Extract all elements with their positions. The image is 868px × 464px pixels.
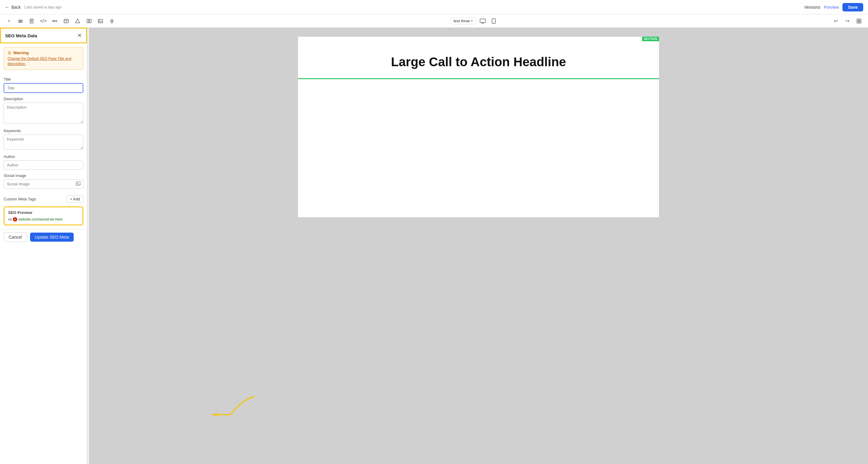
warning-icon: ⚠ <box>7 50 11 55</box>
saved-text: Last saved a day ago <box>24 5 62 9</box>
green-divider <box>298 78 659 79</box>
panel-header: SEO Meta Data ✕ <box>0 28 87 43</box>
toolbar: ＋ </> test three ▾ <box>0 14 868 28</box>
pages-icon[interactable] <box>28 17 36 25</box>
top-nav-left: ← Back Last saved a day ago <box>5 4 62 10</box>
svg-rect-1 <box>18 21 23 21</box>
shapes-icon[interactable] <box>73 17 82 25</box>
top-nav-right: Versions Preview Save <box>804 3 863 11</box>
description-textarea[interactable] <box>4 103 83 124</box>
svg-marker-28 <box>212 412 217 417</box>
toolbar-left: ＋ </> <box>5 17 116 25</box>
svg-point-8 <box>53 21 54 21</box>
redo-icon[interactable]: ↪ <box>843 17 852 25</box>
cancel-button[interactable]: Cancel <box>4 232 27 242</box>
warning-link[interactable]: Change the Default SEO Page Title and de… <box>7 57 71 66</box>
canvas-headline: Large Call to Action Headline <box>298 37 659 78</box>
custom-meta-tags-row: Custom Meta Tags + Add <box>0 192 87 204</box>
device-selector[interactable]: test three ▾ <box>450 18 476 24</box>
svg-rect-17 <box>480 19 486 23</box>
svg-rect-4 <box>31 20 32 21</box>
save-button[interactable]: Save <box>842 3 863 11</box>
canvas-area: SECTION Large Call to Action Headline <box>89 28 868 464</box>
section-label: SECTION <box>642 37 659 41</box>
warning-label: Warning <box>13 51 29 55</box>
toolbar-right: ↩ ↪ <box>832 17 863 25</box>
keywords-textarea[interactable] <box>4 135 83 149</box>
device-name: test three <box>454 19 470 23</box>
svg-point-27 <box>77 182 78 183</box>
grid-options-icon[interactable] <box>855 17 863 25</box>
layers-icon[interactable] <box>16 17 25 25</box>
description-label: Description <box>4 96 83 101</box>
author-label: Author <box>4 154 83 159</box>
media-icon[interactable] <box>96 17 105 25</box>
mobile-icon[interactable] <box>489 17 498 25</box>
nav-icon[interactable] <box>51 17 59 25</box>
preview-button[interactable]: Preview <box>824 5 839 10</box>
chevron-down-icon: ▾ <box>471 19 473 23</box>
warning-box: ⚠ Warning Change the Default SEO Page Ti… <box>4 47 83 70</box>
svg-rect-24 <box>857 21 859 23</box>
svg-marker-12 <box>75 19 80 23</box>
svg-rect-22 <box>857 19 859 21</box>
seo-preview-url: htt 🔒 website.com/would-be-here <box>8 217 79 222</box>
close-panel-button[interactable]: ✕ <box>77 32 82 39</box>
columns-icon[interactable] <box>85 17 93 25</box>
social-image-field <box>4 179 83 189</box>
undo-icon[interactable]: ↩ <box>832 17 840 25</box>
custom-meta-tags-label: Custom Meta Tags <box>4 197 36 201</box>
image-pick-icon[interactable] <box>73 181 83 187</box>
seo-preview-section: SEO Preview htt 🔒 website.com/would-be-h… <box>4 206 83 225</box>
arrow-annotation <box>206 390 267 428</box>
author-input[interactable] <box>4 161 83 170</box>
panel-footer: Cancel Update SEO Meta <box>0 229 87 245</box>
svg-rect-5 <box>31 21 32 21</box>
social-image-input[interactable] <box>4 180 73 188</box>
svg-rect-25 <box>859 21 861 23</box>
panel-title: SEO Meta Data <box>5 33 37 38</box>
svg-rect-26 <box>76 182 80 185</box>
device-icons <box>478 17 498 25</box>
svg-rect-2 <box>18 22 23 23</box>
title-input[interactable] <box>4 83 83 93</box>
title-label: Title <box>4 77 83 82</box>
layout-icon[interactable] <box>62 17 70 25</box>
page-canvas: SECTION Large Call to Action Headline <box>298 37 659 217</box>
versions-button[interactable]: Versions <box>804 5 820 10</box>
back-arrow-icon: ← <box>5 4 10 10</box>
desktop-icon[interactable] <box>478 17 487 25</box>
lock-icon: 🔒 <box>13 217 17 222</box>
svg-rect-13 <box>87 19 89 23</box>
update-seo-meta-button[interactable]: Update SEO Meta <box>30 233 74 242</box>
svg-rect-14 <box>89 19 91 23</box>
form-section: Title Description Keywords Author Social… <box>0 74 87 192</box>
warning-text: Change the Default SEO Page Title and de… <box>7 56 80 66</box>
main-layout: SEO Meta Data ✕ ⚠ Warning Change the Def… <box>0 28 868 464</box>
top-nav: ← Back Last saved a day ago Versions Pre… <box>0 0 868 14</box>
add-icon[interactable]: ＋ <box>5 17 13 25</box>
svg-rect-6 <box>31 22 32 22</box>
svg-rect-23 <box>859 19 861 21</box>
svg-point-16 <box>99 20 100 21</box>
back-label: Back <box>11 5 21 10</box>
toolbar-center: test three ▾ <box>450 17 498 25</box>
back-button[interactable]: ← Back <box>5 4 21 10</box>
warning-title: ⚠ Warning <box>7 50 80 55</box>
social-image-label: Social Image <box>4 173 83 178</box>
seo-url-prefix: htt <box>8 218 12 221</box>
publish-icon[interactable] <box>108 17 116 25</box>
code-icon[interactable]: </> <box>39 17 48 25</box>
keywords-label: Keywords <box>4 128 83 133</box>
add-meta-tag-button[interactable]: + Add <box>66 195 83 203</box>
svg-rect-15 <box>98 19 102 23</box>
seo-preview-label: SEO Preview <box>8 210 79 215</box>
seo-url-domain: website.com/would-be-here <box>18 217 63 222</box>
svg-rect-0 <box>18 20 23 21</box>
seo-panel: SEO Meta Data ✕ ⚠ Warning Change the Def… <box>0 28 87 464</box>
svg-point-21 <box>493 22 494 23</box>
